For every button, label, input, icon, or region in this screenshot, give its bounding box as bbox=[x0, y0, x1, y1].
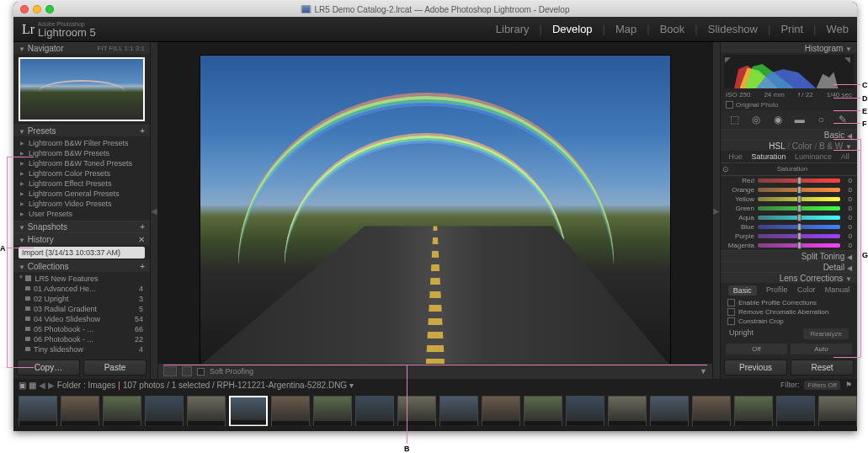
gradient-tool-icon[interactable]: ▬ bbox=[791, 113, 808, 126]
filmstrip-thumb[interactable] bbox=[439, 396, 478, 426]
add-icon[interactable]: + bbox=[140, 126, 145, 136]
right-collapse[interactable]: ▶ bbox=[712, 42, 721, 379]
saturation-aqua-slider[interactable]: Aqua0 bbox=[721, 213, 857, 222]
filmstrip-thumb[interactable] bbox=[650, 396, 689, 426]
filmstrip-thumb[interactable] bbox=[103, 396, 141, 426]
loupe-view-icon[interactable] bbox=[163, 366, 177, 376]
module-library[interactable]: Library bbox=[496, 23, 530, 35]
filmstrip-thumb[interactable] bbox=[187, 396, 226, 426]
preset-folder[interactable]: Lightroom B&W Presets bbox=[13, 148, 150, 158]
preset-folder[interactable]: Lightroom General Presets bbox=[13, 189, 150, 199]
history-panel-header[interactable]: ▼ History ✕ bbox=[13, 232, 150, 244]
grid-view-icon[interactable]: ▦ bbox=[29, 381, 36, 390]
filmstrip-thumb[interactable] bbox=[313, 396, 352, 426]
shadow-clip-icon[interactable]: ◤ bbox=[725, 56, 733, 64]
paste-button[interactable]: Paste bbox=[83, 360, 146, 376]
snapshots-panel-header[interactable]: ▼ Snapshots + bbox=[13, 221, 150, 232]
collections-panel-header[interactable]: ▼ Collections + bbox=[13, 260, 150, 272]
checkbox[interactable] bbox=[727, 299, 735, 306]
preset-folder[interactable]: Lightroom Effect Presets bbox=[13, 179, 150, 189]
lens-panel-header[interactable]: Lens Corrections ▼ bbox=[721, 272, 857, 283]
minimize-icon[interactable] bbox=[33, 5, 41, 13]
filmstrip-thumb[interactable] bbox=[19, 396, 57, 426]
module-web[interactable]: Web bbox=[827, 23, 849, 35]
filmstrip-thumb[interactable] bbox=[229, 396, 268, 426]
lens-tab-color[interactable]: Color bbox=[797, 285, 816, 296]
saturation-orange-slider[interactable]: Orange0 bbox=[721, 185, 857, 195]
main-photo[interactable] bbox=[200, 55, 671, 366]
preset-folder[interactable]: Lightroom Color Presets bbox=[13, 168, 150, 179]
filmstrip-thumb[interactable] bbox=[397, 396, 436, 426]
highlight-clip-icon[interactable]: ◥ bbox=[844, 56, 853, 64]
filmstrip-thumb[interactable] bbox=[61, 396, 99, 426]
hsl-mode-bw[interactable]: B & W bbox=[819, 141, 843, 151]
module-map[interactable]: Map bbox=[615, 23, 636, 35]
hsl-tab-luminance[interactable]: Luminance bbox=[795, 152, 832, 161]
module-print[interactable]: Print bbox=[780, 23, 803, 35]
clear-icon[interactable]: ✕ bbox=[138, 235, 145, 244]
split-toning-panel-header[interactable]: Split Toning ◀ bbox=[721, 250, 857, 261]
filmstrip-thumb[interactable] bbox=[271, 396, 310, 426]
spot-tool-icon[interactable]: ◎ bbox=[748, 113, 764, 126]
left-collapse[interactable]: ◀ bbox=[150, 42, 158, 379]
upright-auto-button[interactable]: Auto bbox=[791, 344, 852, 354]
collection-folder[interactable]: LR5 New Features bbox=[13, 274, 150, 284]
before-after-icon[interactable] bbox=[182, 366, 192, 376]
module-slideshow[interactable]: Slideshow bbox=[708, 23, 758, 35]
filmstrip-thumb[interactable] bbox=[145, 396, 184, 426]
basic-panel-header[interactable]: Basic ◀ bbox=[721, 129, 857, 140]
hsl-tab-all[interactable]: All bbox=[841, 152, 849, 161]
preset-folder[interactable]: Lightroom B&W Toned Presets bbox=[13, 158, 150, 168]
previous-button[interactable]: Previous bbox=[724, 360, 787, 376]
checkbox[interactable] bbox=[727, 308, 735, 316]
module-develop[interactable]: Develop bbox=[552, 23, 593, 35]
filmstrip-thumb[interactable] bbox=[818, 396, 857, 426]
filmstrip-thumb[interactable] bbox=[566, 396, 604, 426]
saturation-purple-slider[interactable]: Purple0 bbox=[721, 232, 857, 241]
saturation-red-slider[interactable]: Red0 bbox=[721, 176, 857, 185]
filmstrip-path[interactable]: Folder : Images bbox=[57, 381, 115, 390]
hsl-tab-saturation[interactable]: Saturation bbox=[751, 152, 785, 161]
reanalyze-button[interactable]: Reanalyze bbox=[803, 328, 849, 339]
close-icon[interactable] bbox=[20, 5, 29, 13]
add-icon[interactable]: + bbox=[140, 262, 145, 271]
histogram-display[interactable]: ◤ ◥ bbox=[724, 55, 854, 88]
reset-button[interactable]: Reset bbox=[791, 360, 854, 376]
soft-proofing-checkbox[interactable] bbox=[197, 368, 205, 376]
preset-folder[interactable]: User Presets bbox=[13, 209, 150, 219]
lens-tab-basic[interactable]: Basic bbox=[728, 285, 757, 296]
history-item[interactable]: Import (3/14/13 10:03:37 AM) bbox=[19, 247, 145, 258]
hsl-mode-color[interactable]: Color bbox=[792, 141, 812, 151]
target-adjust-icon[interactable]: ⊙ bbox=[722, 165, 729, 173]
filmstrip-thumb[interactable] bbox=[524, 396, 562, 426]
hsl-mode-hsl[interactable]: HSL bbox=[769, 141, 785, 151]
saturation-yellow-slider[interactable]: Yellow0 bbox=[721, 195, 857, 204]
upright-off-button[interactable]: Off bbox=[726, 344, 787, 354]
crop-tool-icon[interactable]: ⬚ bbox=[727, 113, 743, 126]
copy-button[interactable]: Copy… bbox=[17, 360, 80, 376]
histogram-panel-header[interactable]: Histogram ▼ bbox=[721, 42, 857, 53]
navigator-zoom-modes[interactable]: FIT FILL 1:1 3:1 bbox=[98, 45, 145, 52]
filmstrip-thumbs[interactable] bbox=[13, 391, 857, 431]
add-icon[interactable]: + bbox=[140, 222, 145, 232]
saturation-green-slider[interactable]: Green0 bbox=[721, 204, 857, 213]
filmstrip-thumb[interactable] bbox=[692, 396, 731, 426]
collection-item[interactable]: 02 Upright3 bbox=[13, 294, 150, 304]
brush-tool-icon[interactable]: ✎ bbox=[834, 113, 851, 126]
presets-panel-header[interactable]: ▼ Presets + bbox=[13, 125, 150, 136]
filmstrip-thumb[interactable] bbox=[482, 396, 520, 426]
collection-item[interactable]: 04 Video Slideshow54 bbox=[13, 314, 150, 324]
collection-item[interactable]: Tiny slideshow4 bbox=[13, 344, 150, 354]
detail-panel-header[interactable]: Detail ◀ bbox=[721, 261, 857, 272]
collection-item[interactable]: 01 Advanced He...4 bbox=[13, 284, 150, 294]
saturation-blue-slider[interactable]: Blue0 bbox=[721, 222, 857, 232]
preset-folder[interactable]: Lightroom B&W Filter Presets bbox=[13, 138, 150, 148]
filters-off-button[interactable]: Filters Off bbox=[804, 381, 840, 390]
filter-lock-icon[interactable]: ⚑ bbox=[845, 381, 852, 389]
toolbar-menu-icon[interactable]: ▼ bbox=[700, 367, 707, 376]
hsl-tab-hue[interactable]: Hue bbox=[728, 152, 743, 161]
filmstrip-thumb[interactable] bbox=[776, 396, 815, 426]
navigator-preview[interactable] bbox=[19, 57, 145, 121]
radial-tool-icon[interactable]: ○ bbox=[812, 113, 829, 126]
filmstrip-thumb[interactable] bbox=[355, 396, 394, 426]
